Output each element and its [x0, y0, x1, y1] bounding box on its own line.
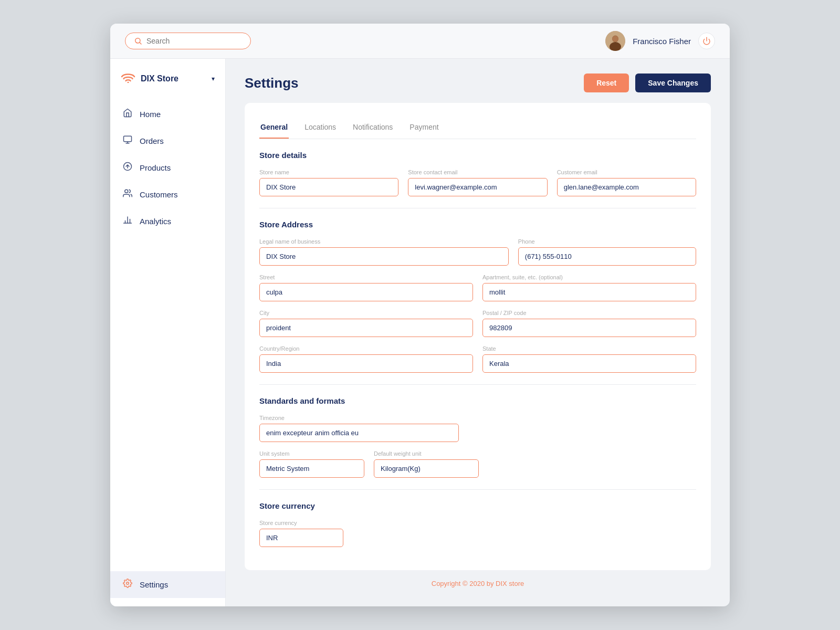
tab-locations[interactable]: Locations [303, 118, 337, 139]
store-contact-email-label: Store contact email [408, 169, 547, 175]
tab-general[interactable]: General [259, 118, 289, 139]
home-icon [123, 108, 132, 120]
store-details-title: Store details [259, 151, 696, 160]
apartment-label: Apartment, suite, etc. (optional) [482, 274, 696, 280]
sidebar-item-products[interactable]: Products [110, 154, 225, 181]
phone-group: Phone [518, 238, 696, 266]
legal-name-label: Legal name of business [259, 238, 509, 245]
reset-button[interactable]: Reset [584, 74, 629, 92]
settings-icon [123, 579, 132, 591]
sidebar-item-home[interactable]: Home [110, 101, 225, 128]
analytics-icon [123, 215, 132, 227]
header-buttons: Reset Save Changes [584, 74, 711, 92]
sidebar-item-orders[interactable]: Orders [110, 128, 225, 154]
divider-2 [259, 384, 696, 385]
address-row-1: Legal name of business Phone [259, 238, 696, 266]
timezone-row: Timezone [259, 415, 696, 442]
settings-card: General Locations Notifications Payment … [245, 103, 711, 570]
sidebar-item-label-analytics: Analytics [140, 217, 171, 226]
country-input[interactable] [259, 354, 473, 373]
unit-system-input[interactable] [259, 459, 364, 478]
postal-input[interactable] [482, 319, 696, 337]
store-address-section: Store Address Legal name of business Pho… [259, 220, 696, 373]
divider-3 [259, 489, 696, 490]
unit-system-group: Unit system [259, 450, 364, 478]
standards-title: Standards and formats [259, 396, 696, 405]
svg-point-5 [612, 36, 618, 42]
sidebar-item-analytics[interactable]: Analytics [110, 208, 225, 235]
power-button[interactable] [698, 33, 715, 49]
orders-icon [123, 135, 132, 147]
timezone-group: Timezone [259, 415, 459, 442]
unit-system-label: Unit system [259, 450, 364, 457]
sidebar-item-customers[interactable]: Customers [110, 181, 225, 208]
store-name-group: Store name [259, 169, 398, 196]
unit-row: Unit system Default weight unit [259, 450, 696, 478]
brand-chevron-icon[interactable]: ▾ [212, 75, 215, 82]
state-input[interactable] [482, 354, 696, 373]
standards-section: Standards and formats Timezone Unit syst… [259, 396, 696, 478]
apartment-input[interactable] [482, 283, 696, 301]
tab-notifications[interactable]: Notifications [352, 118, 394, 139]
sidebar: DIX Store ▾ Home [110, 59, 226, 606]
sidebar-item-label-customers: Customers [140, 190, 178, 199]
footer: Copyright © 2020 by DIX store [245, 570, 711, 592]
store-contact-email-input[interactable] [408, 178, 547, 196]
sidebar-bottom: Settings [110, 563, 225, 606]
brand-name: DIX Store [141, 74, 178, 83]
currency-label: Store currency [259, 520, 343, 526]
street-label: Street [259, 274, 473, 280]
svg-point-7 [128, 82, 129, 83]
store-name-label: Store name [259, 169, 398, 175]
products-icon [123, 162, 132, 174]
currency-section: Store currency Store currency [259, 501, 696, 547]
tab-payment[interactable]: Payment [408, 118, 439, 139]
search-icon [134, 37, 142, 45]
sidebar-item-settings[interactable]: Settings [110, 571, 225, 598]
address-row-2: Street Apartment, suite, etc. (optional) [259, 274, 696, 301]
address-row-3: City Postal / ZIP code [259, 310, 696, 337]
currency-row: Store currency [259, 520, 696, 547]
timezone-input[interactable] [259, 424, 459, 442]
search-input[interactable] [146, 37, 242, 45]
page-title: Settings [245, 75, 299, 91]
weight-unit-group: Default weight unit [374, 450, 479, 478]
currency-title: Store currency [259, 501, 696, 510]
content-area: Settings Reset Save Changes General Loca… [226, 59, 730, 606]
store-contact-email-group: Store contact email [408, 169, 547, 196]
topbar: Francisco Fisher [110, 24, 730, 59]
svg-rect-8 [124, 136, 132, 142]
country-group: Country/Region [259, 345, 473, 373]
customer-email-input[interactable] [557, 178, 696, 196]
street-group: Street [259, 274, 473, 301]
weight-unit-input[interactable] [374, 459, 479, 478]
svg-line-1 [140, 43, 141, 44]
store-address-title: Store Address [259, 220, 696, 229]
sidebar-item-label-products: Products [140, 163, 171, 172]
city-group: City [259, 310, 473, 337]
weight-unit-label: Default weight unit [374, 450, 479, 457]
settings-label: Settings [140, 580, 168, 589]
save-button[interactable]: Save Changes [635, 74, 711, 92]
search-box[interactable] [125, 33, 251, 49]
divider-1 [259, 208, 696, 208]
user-name: Francisco Fisher [633, 37, 691, 46]
state-label: State [482, 345, 696, 352]
address-row-4: Country/Region State [259, 345, 696, 373]
phone-label: Phone [518, 238, 696, 245]
customers-icon [123, 188, 132, 201]
customer-email-group: Customer email [557, 169, 696, 196]
legal-name-input[interactable] [259, 247, 509, 266]
tabs: General Locations Notifications Payment [259, 118, 696, 139]
currency-input[interactable] [259, 529, 343, 547]
avatar [605, 31, 625, 51]
brand: DIX Store ▾ [110, 71, 225, 101]
city-label: City [259, 310, 473, 316]
store-name-input[interactable] [259, 178, 398, 196]
postal-group: Postal / ZIP code [482, 310, 696, 337]
currency-group: Store currency [259, 520, 343, 547]
phone-input[interactable] [518, 247, 696, 266]
city-input[interactable] [259, 319, 473, 337]
street-input[interactable] [259, 283, 473, 301]
main-layout: DIX Store ▾ Home [110, 59, 730, 606]
